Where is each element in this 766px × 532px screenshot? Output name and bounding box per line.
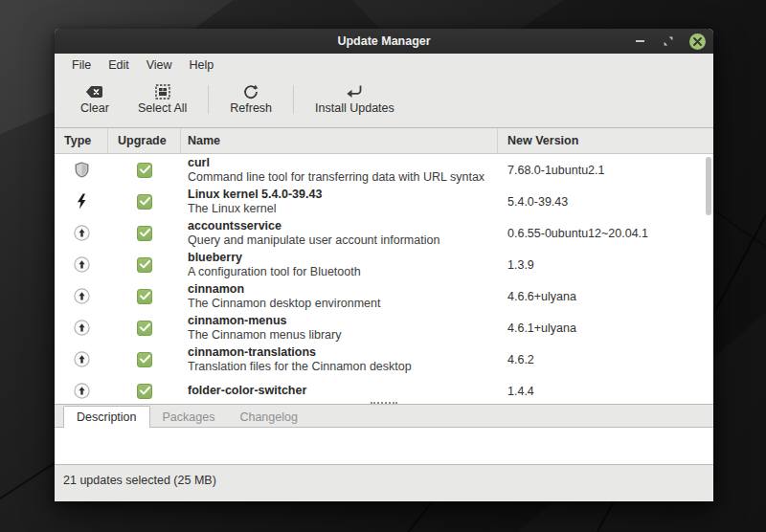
close-button[interactable] — [689, 33, 706, 50]
package-name: cinnamon — [188, 282, 498, 297]
package-name: accountsservice — [188, 219, 498, 233]
clear-icon — [85, 83, 103, 100]
status-text: 21 updates selected (25 MB) — [63, 474, 216, 487]
refresh-label: Refresh — [230, 101, 272, 115]
toolbar-separator — [293, 85, 294, 114]
table-row[interactable]: accountsserviceQuery and manipulate user… — [55, 217, 713, 249]
upgrade-cell — [108, 163, 181, 178]
upgrade-arrow-icon — [74, 320, 90, 336]
upgrade-checkbox[interactable] — [137, 352, 152, 367]
table-row[interactable]: blueberryA configuration tool for Blueto… — [55, 249, 713, 280]
scrollbar[interactable] — [706, 156, 712, 401]
clear-label: Clear — [80, 101, 109, 115]
upgrade-cell — [108, 257, 181, 273]
package-description: The Cinnamon desktop environment — [188, 297, 498, 311]
new-version-cell: 4.6.2 — [498, 353, 713, 366]
name-cell: cinnamon-menusThe Cinnamon menus library — [181, 314, 498, 343]
window-title: Update Manager — [55, 29, 713, 54]
tab-changelog[interactable]: Changelog — [227, 407, 309, 427]
table-row[interactable]: cinnamonThe Cinnamon desktop environment… — [55, 280, 713, 312]
more-content-dots — [371, 402, 397, 404]
upgrade-checkbox[interactable] — [137, 289, 152, 304]
new-version-cell: 4.6.6+ulyana — [498, 290, 713, 303]
close-icon — [693, 37, 702, 46]
upgrade-cell — [108, 226, 181, 241]
header-new-version[interactable]: New Version — [498, 128, 713, 153]
update-manager-window: Update Manager File Edit View Help — [55, 29, 713, 501]
upgrade-cell — [108, 289, 181, 304]
header-name[interactable]: Name — [181, 128, 498, 153]
upgrade-cell — [108, 352, 181, 367]
new-version-cell: 4.6.1+ulyana — [498, 321, 713, 335]
upgrade-arrow-icon — [74, 225, 90, 241]
kernel-bolt-icon — [76, 193, 87, 210]
table-row[interactable]: cinnamon-translationsTranslation files f… — [55, 344, 713, 375]
package-description: Translation files for the Cinnamon deskt… — [188, 360, 498, 374]
refresh-icon — [243, 83, 259, 100]
menu-view[interactable]: View — [138, 56, 181, 74]
install-updates-button[interactable]: Install Updates — [301, 80, 409, 118]
restore-button[interactable] — [661, 33, 676, 49]
type-cell — [55, 351, 108, 367]
upgrade-checkbox[interactable] — [137, 257, 152, 273]
upgrade-cell — [108, 321, 181, 336]
new-version-cell: 1.4.4 — [498, 385, 713, 398]
minimize-icon — [636, 40, 644, 42]
package-description: A configuration tool for Bluetooth — [188, 265, 498, 279]
new-version-cell: 7.68.0-1ubuntu2.1 — [498, 164, 713, 177]
table-row[interactable]: Linux kernel 5.4.0-39.43The Linux kernel… — [55, 186, 713, 217]
refresh-button[interactable]: Refresh — [215, 80, 286, 118]
rows-container: curlCommand line tool for transferring d… — [55, 154, 713, 404]
name-cell: curlCommand line tool for transferring d… — [181, 156, 498, 185]
table-row[interactable]: cinnamon-menusThe Cinnamon menus library… — [55, 312, 713, 344]
name-cell: folder-color-switcher — [181, 384, 498, 398]
type-cell — [55, 225, 108, 241]
install-updates-label: Install Updates — [315, 101, 394, 115]
upgrade-checkbox[interactable] — [137, 163, 152, 178]
minimize-button[interactable] — [632, 33, 647, 49]
header-type[interactable]: Type — [55, 128, 108, 153]
table-row[interactable]: folder-color-switcher1.4.4 — [55, 375, 713, 404]
upgrade-arrow-icon — [74, 383, 90, 399]
package-name: Linux kernel 5.4.0-39.43 — [188, 188, 498, 202]
upgrade-checkbox[interactable] — [137, 194, 152, 210]
clear-button[interactable]: Clear — [66, 80, 124, 118]
toolbar: Clear Select All Refresh — [55, 76, 713, 122]
tabbar: Description Packages Changelog — [55, 405, 713, 427]
install-updates-icon — [346, 83, 363, 100]
description-panel — [55, 427, 713, 465]
upgrade-cell — [108, 194, 181, 210]
tab-packages[interactable]: Packages — [150, 407, 228, 427]
header-upgrade[interactable]: Upgrade — [108, 128, 181, 153]
menu-file[interactable]: File — [63, 56, 100, 74]
upgrade-checkbox[interactable] — [137, 384, 152, 399]
name-cell: Linux kernel 5.4.0-39.43The Linux kernel — [181, 188, 498, 216]
titlebar[interactable]: Update Manager — [55, 29, 713, 54]
menubar: File Edit View Help — [55, 54, 713, 76]
package-description: The Cinnamon menus library — [188, 328, 498, 343]
select-all-button[interactable]: Select All — [124, 80, 201, 118]
new-version-cell: 0.6.55-0ubuntu12~20.04.1 — [498, 227, 713, 240]
upgrade-arrow-icon — [74, 256, 90, 273]
upgrade-cell — [108, 384, 181, 399]
upgrade-checkbox[interactable] — [137, 226, 152, 241]
type-cell — [55, 256, 108, 273]
shield-icon — [75, 162, 89, 178]
upgrade-checkbox[interactable] — [137, 321, 152, 336]
type-cell — [55, 162, 108, 178]
type-cell — [55, 288, 108, 304]
select-all-icon — [155, 83, 170, 100]
tab-description[interactable]: Description — [63, 406, 150, 428]
upgrade-arrow-icon — [74, 351, 90, 367]
table-row[interactable]: curlCommand line tool for transferring d… — [55, 154, 713, 186]
table-header-row: Type Upgrade Name New Version — [55, 128, 713, 154]
scrollbar-thumb[interactable] — [706, 157, 711, 215]
new-version-cell: 5.4.0-39.43 — [498, 195, 713, 209]
statusbar: 21 updates selected (25 MB) — [55, 465, 713, 501]
toolbar-separator — [208, 85, 209, 114]
window-controls — [632, 29, 706, 54]
type-cell — [55, 383, 108, 399]
menu-edit[interactable]: Edit — [100, 56, 138, 74]
name-cell: blueberryA configuration tool for Blueto… — [181, 251, 498, 279]
menu-help[interactable]: Help — [181, 56, 223, 74]
